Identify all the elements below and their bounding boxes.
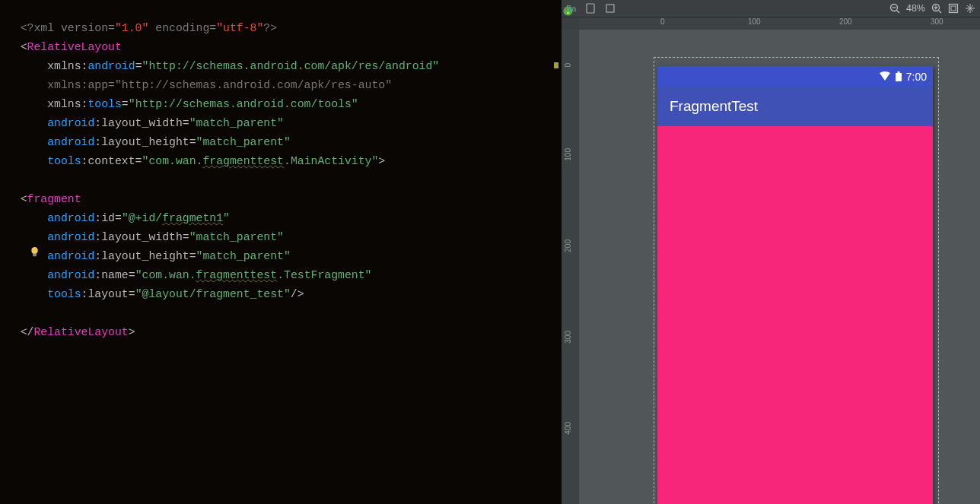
change-marker <box>554 62 558 68</box>
xml-decl-open: <?xml version= <box>21 22 115 34</box>
unused-ns: xmlns:app="http://schemas.android.com/ap… <box>47 79 392 91</box>
zoom-in-icon[interactable] <box>931 3 942 14</box>
svg-rect-18 <box>897 71 899 73</box>
svg-line-10 <box>939 11 942 14</box>
zoom-percentage: 48% <box>906 3 925 14</box>
svg-point-0 <box>31 247 37 254</box>
zoom-out-icon[interactable] <box>889 3 900 14</box>
svg-rect-1 <box>33 253 37 256</box>
typo-fragmetn1: fragmetn1 <box>162 212 223 224</box>
fragment-body[interactable] <box>657 126 933 504</box>
svg-rect-3 <box>606 5 614 12</box>
palette-icon[interactable] <box>562 5 574 21</box>
svg-point-15 <box>569 8 571 11</box>
svg-rect-11 <box>950 5 958 13</box>
preview-canvas[interactable]: 7:00 FragmentTest <box>579 30 980 504</box>
svg-rect-17 <box>896 73 902 81</box>
code-content[interactable]: <?xml version="1.0" encoding="utf-8"?> <… <box>0 0 562 342</box>
lightbulb-icon[interactable] <box>29 246 40 258</box>
device-frame[interactable]: 7:00 FragmentTest <box>657 66 933 504</box>
pan-icon[interactable] <box>965 3 975 14</box>
typo-fragmenttest: fragmenttest <box>202 155 284 167</box>
code-editor-pane[interactable]: <?xml version="1.0" encoding="utf-8"?> <… <box>0 0 562 504</box>
tag-fragment: fragment <box>27 193 81 205</box>
svg-rect-12 <box>951 6 956 11</box>
battery-icon <box>895 71 902 82</box>
svg-point-13 <box>564 7 573 16</box>
vertical-ruler: 0 100 200 300 400 <box>562 30 579 504</box>
status-time: 7:00 <box>906 71 927 83</box>
preview-toolbar: Pa 48% <box>562 0 980 17</box>
device-icon[interactable] <box>585 3 596 14</box>
square-icon[interactable] <box>605 3 616 14</box>
fit-screen-icon[interactable] <box>948 3 959 14</box>
app-title: FragmentTest <box>670 98 758 115</box>
tag-relativelayout: RelativeLayout <box>27 41 122 53</box>
layout-preview-pane: Pa 48% 0 100 200 300 0 100 200 <box>562 0 980 504</box>
app-bar: FragmentTest <box>657 87 933 126</box>
horizontal-ruler: 0 100 200 300 <box>579 17 980 30</box>
svg-point-14 <box>565 8 568 11</box>
svg-rect-2 <box>587 4 594 13</box>
status-bar: 7:00 <box>657 66 933 87</box>
svg-line-6 <box>896 11 899 14</box>
wifi-icon <box>879 71 891 82</box>
svg-point-16 <box>567 12 569 14</box>
